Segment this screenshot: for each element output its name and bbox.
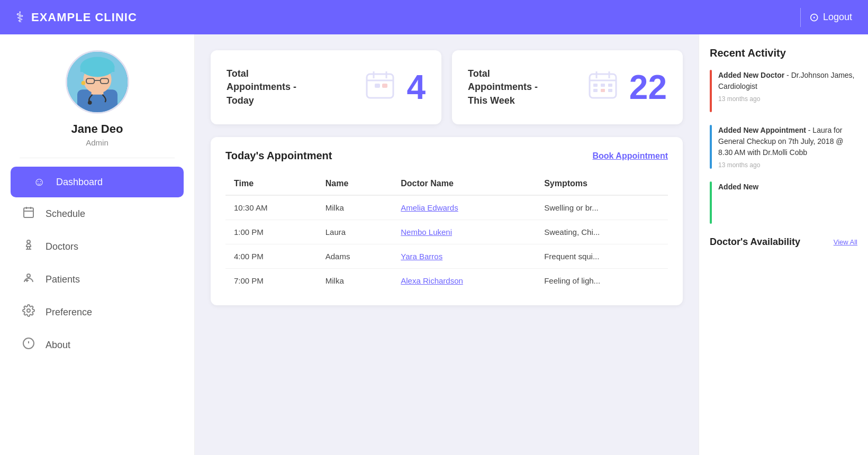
table-row: 10:30 AM Milka Amelia Edwards Swelling o… xyxy=(225,195,668,220)
nav-preference[interactable]: Preference xyxy=(0,296,194,329)
activity-content-1: Added New Doctor - Dr.Johnson James, Car… xyxy=(718,70,857,112)
right-panel: Recent Activity Added New Doctor - Dr.Jo… xyxy=(699,34,868,455)
svg-rect-34 xyxy=(601,84,605,87)
nav-doctors-label: Doctors xyxy=(46,241,78,252)
appt-patient: Milka xyxy=(317,269,393,293)
svg-rect-11 xyxy=(24,208,33,217)
appt-time: 7:00 PM xyxy=(225,269,317,293)
svg-point-16 xyxy=(27,274,30,277)
stat-week-value: 22 xyxy=(629,68,667,107)
appt-time: 10:30 AM xyxy=(225,195,317,220)
appt-symptoms: Swelling or br... xyxy=(536,195,668,220)
activity-bold-1: Added New Doctor xyxy=(718,71,784,79)
activity-text-3: Added New xyxy=(718,181,857,193)
sidebar-divider xyxy=(20,158,175,158)
doctors-icon xyxy=(21,239,36,254)
table-row: 4:00 PM Adams Yara Barros Frequent squi.… xyxy=(225,244,668,269)
activity-text-1: Added New Doctor - Dr.Johnson James, Car… xyxy=(718,70,857,92)
appointment-section: Today's Appointment Book Appointment Tim… xyxy=(211,137,683,305)
doctor-link[interactable]: Alexa Richardson xyxy=(401,276,463,285)
doctor-link[interactable]: Amelia Edwards xyxy=(401,203,458,212)
header-divider xyxy=(800,8,801,27)
header-left: ⚕ EXAMPLE CLINIC xyxy=(16,8,137,26)
nav-about[interactable]: About xyxy=(0,329,194,361)
activity-text-2: Added New Appointment - Laura for Genera… xyxy=(718,125,857,158)
col-time: Time xyxy=(225,172,317,195)
nav-patients[interactable]: Patients xyxy=(0,263,194,296)
svg-rect-28 xyxy=(382,84,387,88)
clinic-logo-icon: ⚕ xyxy=(16,8,24,26)
appt-doctor: Alexa Richardson xyxy=(392,269,536,293)
avatar xyxy=(66,50,129,114)
appt-time: 1:00 PM xyxy=(225,220,317,244)
doctor-availability-row: Doctor's Availability View All xyxy=(710,236,857,248)
stat-today-icon xyxy=(364,69,396,106)
app-header: ⚕ EXAMPLE CLINIC ⊙ Logout xyxy=(0,0,868,34)
svg-rect-36 xyxy=(593,89,598,92)
recent-activity-title: Recent Activity xyxy=(710,47,857,59)
appt-doctor: Amelia Edwards xyxy=(392,195,536,220)
logout-button[interactable]: ⊙ Logout xyxy=(809,11,852,24)
nav-preference-label: Preference xyxy=(46,307,92,318)
nav-about-label: About xyxy=(46,340,70,351)
svg-point-10 xyxy=(87,101,92,105)
logout-label: Logout xyxy=(823,12,852,23)
appointment-title: Today's Appointment xyxy=(225,150,332,162)
stat-today-right: 4 xyxy=(364,68,426,107)
logout-icon: ⊙ xyxy=(809,11,819,24)
svg-rect-33 xyxy=(593,84,598,87)
appt-symptoms: Feeling of ligh... xyxy=(536,269,668,293)
activity-content-3: Added New xyxy=(718,181,857,224)
appt-doctor: Nembo Lukeni xyxy=(392,220,536,244)
activity-item-2: Added New Appointment - Laura for Genera… xyxy=(710,125,857,169)
nav-schedule-label: Schedule xyxy=(46,208,85,220)
nav-dashboard[interactable]: ☺ Dashboard xyxy=(11,167,184,197)
svg-point-9 xyxy=(81,81,85,85)
col-symptoms: Symptoms xyxy=(536,172,668,195)
activity-time-1: 13 months ago xyxy=(718,95,857,103)
activity-bar-1 xyxy=(710,70,712,112)
appt-patient: Milka xyxy=(317,195,393,220)
user-name: Jane Deo xyxy=(71,122,123,136)
activity-time-2: 13 months ago xyxy=(718,161,857,169)
activity-item-1: Added New Doctor - Dr.Johnson James, Car… xyxy=(710,70,857,112)
user-role: Admin xyxy=(86,138,108,147)
svg-rect-27 xyxy=(375,84,380,88)
stat-card-week: Total Appointments -This Week xyxy=(452,50,683,124)
nav-patients-label: Patients xyxy=(46,274,80,285)
activity-bar-2 xyxy=(710,125,712,169)
clinic-name: EXAMPLE CLINIC xyxy=(31,11,137,24)
appt-time: 4:00 PM xyxy=(225,244,317,269)
svg-point-19 xyxy=(27,309,30,312)
schedule-icon xyxy=(21,206,36,222)
sidebar: Jane Deo Admin ☺ Dashboard Schedule Doct… xyxy=(0,34,195,455)
doctor-link[interactable]: Yara Barros xyxy=(401,252,442,261)
appt-doctor: Yara Barros xyxy=(392,244,536,269)
stat-today-value: 4 xyxy=(406,68,426,107)
main-layout: Jane Deo Admin ☺ Dashboard Schedule Doct… xyxy=(0,34,868,455)
view-all-link[interactable]: View All xyxy=(834,238,857,246)
col-doctor: Doctor Name xyxy=(392,172,536,195)
svg-rect-38 xyxy=(608,89,612,92)
stat-week-icon xyxy=(587,69,619,106)
appointment-table: Time Name Doctor Name Symptoms 10:30 AM … xyxy=(225,172,668,293)
svg-point-15 xyxy=(27,240,30,243)
nav-doctors[interactable]: Doctors xyxy=(0,230,194,263)
appt-patient: Laura xyxy=(317,220,393,244)
activity-content-2: Added New Appointment - Laura for Genera… xyxy=(718,125,857,169)
activity-bold-2: Added New Appointment xyxy=(718,126,806,134)
doctor-link[interactable]: Nembo Lukeni xyxy=(401,228,452,236)
preference-icon xyxy=(21,304,36,320)
col-name: Name xyxy=(317,172,393,195)
doctor-availability-label: Doctor's Availability xyxy=(710,236,800,248)
main-content: Total Appointments -Today 4 xyxy=(195,34,699,455)
stat-today-label: Total Appointments -Today xyxy=(227,67,311,107)
book-appointment-link[interactable]: Book Appointment xyxy=(593,151,668,161)
stat-week-right: 22 xyxy=(587,68,667,107)
table-row: 1:00 PM Laura Nembo Lukeni Sweating, Chi… xyxy=(225,220,668,244)
nav-schedule[interactable]: Schedule xyxy=(0,197,194,230)
stats-row: Total Appointments -Today 4 xyxy=(211,50,683,124)
svg-rect-5 xyxy=(80,66,114,72)
activity-bold-3: Added New xyxy=(718,183,758,191)
table-row: 7:00 PM Milka Alexa Richardson Feeling o… xyxy=(225,269,668,293)
